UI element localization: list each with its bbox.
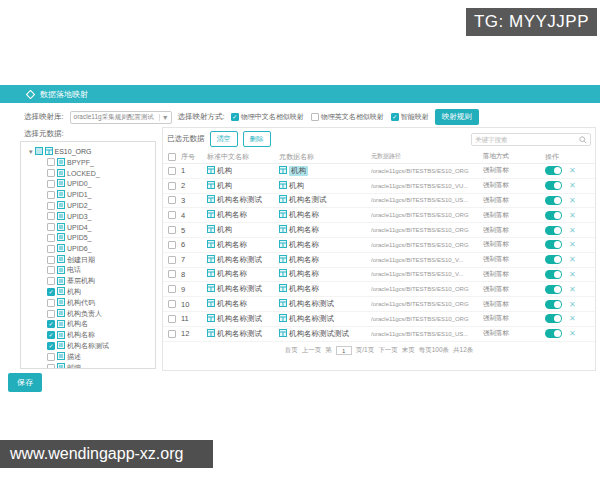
save-button[interactable]: 保存 [8, 373, 42, 392]
pagination-next[interactable]: 下一页 [378, 346, 398, 355]
checkbox-icon[interactable] [47, 353, 55, 361]
checkbox-icon[interactable] [47, 310, 55, 318]
table-row[interactable]: 2 机构 机构 /oracle11gcs/BITESTBS/ES10_VU...… [163, 179, 595, 194]
toggle-on-switch[interactable] [545, 211, 562, 220]
remove-row-icon[interactable]: ✕ [569, 270, 576, 279]
remove-row-icon[interactable]: ✕ [569, 285, 576, 294]
checkbox-icon[interactable]: ✓ [231, 113, 239, 121]
library-select[interactable]: oracle11g采集规则配置测试 ▼ [70, 111, 172, 124]
tree-item[interactable]: 描述 [29, 351, 155, 362]
remove-row-icon[interactable]: ✕ [569, 300, 576, 309]
checkbox-icon[interactable] [47, 212, 55, 220]
toggle-on-switch[interactable] [545, 314, 562, 323]
checkbox-icon[interactable] [47, 234, 55, 242]
tree-item[interactable]: ✓机构名 [29, 319, 155, 330]
search-icon[interactable] [579, 130, 587, 148]
row-checkbox[interactable] [163, 285, 181, 293]
checkbox-icon[interactable]: ✓ [47, 342, 55, 350]
toggle-on-switch[interactable] [545, 329, 562, 338]
row-checkbox[interactable] [163, 226, 181, 234]
pagination-first[interactable]: 首页 [285, 346, 298, 355]
toggle-on-switch[interactable] [545, 255, 562, 264]
remove-row-icon[interactable]: ✕ [569, 329, 576, 338]
checkbox-icon[interactable] [47, 266, 55, 274]
toggle-on-switch[interactable] [545, 166, 562, 175]
pagination-page-input[interactable] [336, 346, 352, 355]
mapping-mode-checkbox[interactable]: 物理英文名相似映射 [311, 112, 384, 122]
clear-button[interactable]: 清空 [210, 131, 238, 147]
table-row[interactable]: 11 机构名称测试 机构名称测试 /oracle11gcs/BITESTBS/E… [163, 312, 595, 327]
delete-button[interactable]: 删除 [243, 131, 271, 147]
checkbox-icon[interactable] [47, 202, 55, 210]
tree-item[interactable]: UPID6_ [29, 243, 155, 254]
table-row[interactable]: 6 机构名称 机构名称 /oracle11gcs/BITESTBS/ES10_O… [163, 238, 595, 253]
tree-item[interactable]: 机构代码 [29, 297, 155, 308]
table-row[interactable]: 8 机构名称 机构名称 /oracle11gcs/BITESTBS/ES10_V… [163, 268, 595, 283]
checkbox-icon[interactable] [47, 299, 55, 307]
remove-row-icon[interactable]: ✕ [569, 226, 576, 235]
tree-item[interactable]: 机构负责人 [29, 308, 155, 319]
table-row[interactable]: 12 机构名称测试 机构名称测试测试 /oracle11gcs/BITESTBS… [163, 327, 595, 342]
row-checkbox[interactable] [163, 241, 181, 249]
remove-row-icon[interactable]: ✕ [569, 314, 576, 323]
table-row[interactable]: 5 机构 机构名称 /oracle11gcs/BITESTBS/ES10_ORG… [163, 223, 595, 238]
toggle-on-switch[interactable] [545, 270, 562, 279]
checkbox-icon[interactable]: ✓ [47, 331, 55, 339]
tree-root-node[interactable]: ▾ ES10_ORG [29, 146, 155, 157]
table-row[interactable]: 9 机构名称测试 机构名称 /oracle11gcs/BITESTBS/ES10… [163, 282, 595, 297]
row-checkbox[interactable] [163, 196, 181, 204]
search-box[interactable] [471, 133, 591, 146]
tree-item[interactable]: 邮编 [29, 362, 155, 369]
chevron-down-icon[interactable]: ▼ [159, 114, 169, 121]
tree-item[interactable]: UPID4_ [29, 222, 155, 233]
remove-row-icon[interactable]: ✕ [569, 211, 576, 220]
toggle-on-switch[interactable] [545, 285, 562, 294]
table-row[interactable]: 3 机构名称测试 机构名测试 /oracle11gcs/BITESTBS/ES1… [163, 194, 595, 209]
pagination-last[interactable]: 末页 [402, 346, 415, 355]
checkbox-icon[interactable] [47, 277, 55, 285]
pagination-prev[interactable]: 上一页 [302, 346, 322, 355]
checkbox-icon[interactable] [311, 113, 319, 121]
checkbox-icon[interactable] [47, 180, 55, 188]
tree-item[interactable]: 电话 [29, 265, 155, 276]
table-row[interactable]: 10 机构名称 机构名称测试 /oracle11gcs/BITESTBS/ES1… [163, 297, 595, 312]
row-checkbox[interactable] [163, 315, 181, 323]
tree-item[interactable]: UPID0_ [29, 179, 155, 190]
checkbox-icon[interactable]: ✓ [391, 113, 399, 121]
remove-row-icon[interactable]: ✕ [569, 240, 576, 249]
row-checkbox[interactable] [163, 330, 181, 338]
toggle-on-switch[interactable] [545, 240, 562, 249]
tree-item[interactable]: ✓机构 [29, 287, 155, 298]
search-input[interactable] [475, 136, 579, 143]
tree-item[interactable]: UPID2_ [29, 200, 155, 211]
tree-item[interactable]: BPYPF_ [29, 157, 155, 168]
checkbox-icon[interactable] [47, 169, 55, 177]
checkbox-icon[interactable] [47, 191, 55, 199]
caret-down-icon[interactable]: ▾ [29, 148, 33, 156]
toggle-on-switch[interactable] [545, 226, 562, 235]
row-checkbox[interactable] [163, 300, 181, 308]
remove-row-icon[interactable]: ✕ [569, 196, 576, 205]
row-checkbox[interactable] [163, 182, 181, 190]
checkbox-icon[interactable] [47, 364, 55, 369]
remove-row-icon[interactable]: ✕ [569, 255, 576, 264]
toggle-on-switch[interactable] [545, 181, 562, 190]
mapping-mode-checkbox[interactable]: ✓物理中文名相似映射 [231, 112, 304, 122]
table-row[interactable]: 4 机构名称 机构名称 /oracle11gcs/BITESTBS/ES10_O… [163, 208, 595, 223]
tree-item[interactable]: UPID1_ [29, 189, 155, 200]
row-checkbox[interactable] [163, 270, 181, 278]
select-all-checkbox[interactable] [163, 153, 181, 161]
tree-item[interactable]: ✓机构名称测试 [29, 341, 155, 352]
table-row[interactable]: 1 机构 机构 /oracle11gcs/BITESTBS/ES10_ORG 强… [163, 164, 595, 179]
checkbox-icon[interactable] [47, 245, 55, 253]
tree-item[interactable]: UPID3_ [29, 211, 155, 222]
tree-item[interactable]: UPID5_ [29, 233, 155, 244]
row-checkbox[interactable] [163, 167, 181, 175]
checkbox-icon[interactable]: ✓ [47, 288, 55, 296]
checkbox-icon[interactable] [47, 158, 55, 166]
tree-item[interactable]: LOCKED_ [29, 168, 155, 179]
checkbox-icon[interactable] [47, 223, 55, 231]
toggle-on-switch[interactable] [545, 196, 562, 205]
tree-item[interactable]: ✓机构名称 [29, 330, 155, 341]
remove-row-icon[interactable]: ✕ [569, 166, 576, 175]
